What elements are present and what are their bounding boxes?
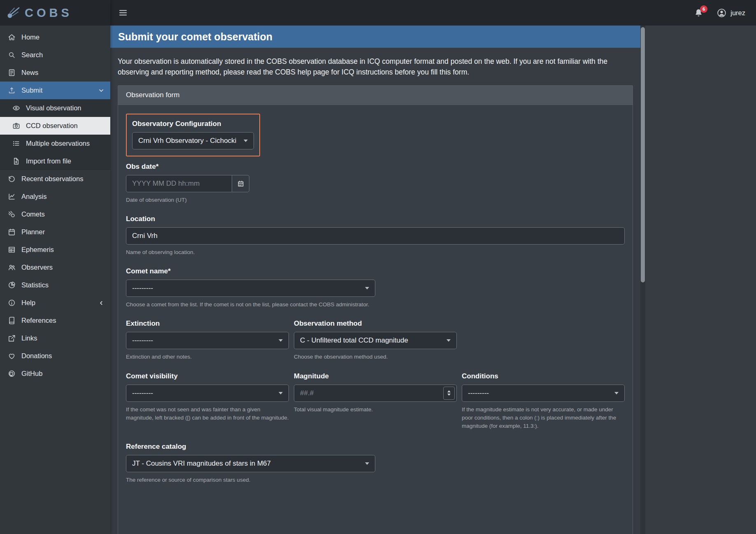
home-icon: [7, 33, 16, 41]
notifications-button[interactable]: 6: [694, 8, 703, 18]
sidebar-item-ccd-observation[interactable]: CCD observation: [0, 117, 110, 135]
stepper-up-icon[interactable]: [447, 390, 451, 392]
reference-catalog-hint: The reference or source of comparison st…: [126, 476, 625, 484]
location-hint: Name of observing location.: [126, 248, 625, 257]
page-header-banner: Submit your comet observation: [110, 26, 640, 48]
comet-name-hint: Choose a comet from the list. If the com…: [126, 301, 625, 309]
obs-date-group: Obs date* Date of observation (UT): [126, 163, 625, 204]
sidebar-item-statistics[interactable]: Statistics: [0, 276, 110, 294]
caret-down-icon: [447, 339, 451, 342]
extinction-hint: Extinction and other notes.: [126, 353, 289, 361]
sidebar-item-search[interactable]: Search: [0, 46, 110, 64]
sidebar-item-donations[interactable]: Donations: [0, 347, 110, 365]
conditions-value: ---------: [468, 389, 489, 397]
topbar: 6 jurez: [110, 0, 756, 26]
observatory-config-label: Observatory Configuration: [132, 120, 254, 128]
magnitude-label: Magnitude: [294, 372, 457, 380]
extinction-value: ---------: [132, 336, 153, 345]
observatory-config-group: Observatory Configuration Crni Vrh Obser…: [132, 120, 254, 149]
sidebar-item-visual-observation[interactable]: Visual observation: [0, 99, 110, 117]
comet-icon: [7, 210, 16, 218]
search-icon: [7, 51, 16, 59]
file-import-icon: [12, 157, 21, 165]
user-avatar-icon: [716, 8, 727, 18]
sidebar-item-label: CCD observation: [26, 122, 78, 130]
sidebar-item-label: GitHub: [21, 370, 42, 378]
comet-name-select[interactable]: ---------: [126, 280, 375, 297]
sidebar-item-label: Home: [21, 33, 40, 41]
extinction-select[interactable]: ---------: [126, 332, 289, 349]
sidebar-item-observers[interactable]: Observers: [0, 259, 110, 276]
date-picker-button[interactable]: [232, 175, 249, 192]
brand-text: COBS: [25, 6, 72, 20]
sidebar-item-label: Import from file: [26, 157, 71, 165]
magnitude-input-wrap: [294, 385, 457, 402]
caret-down-icon: [279, 339, 283, 342]
hamburger-menu-icon[interactable]: [118, 8, 128, 18]
observatory-config-select[interactable]: Crni Vrh Observatory - Cichocki: [132, 132, 254, 149]
list-icon: [12, 140, 21, 147]
panel-body: Observatory Configuration Crni Vrh Obser…: [118, 105, 633, 534]
upload-icon: [7, 86, 16, 94]
sidebar-item-recent-observations[interactable]: Recent observations: [0, 170, 110, 188]
caret-down-icon: [365, 462, 369, 465]
magnitude-input[interactable]: [294, 385, 457, 402]
sidebar-item-links[interactable]: Links: [0, 329, 110, 347]
sidebar-item-home[interactable]: Home: [0, 28, 110, 46]
comet-name-value: ---------: [132, 284, 153, 292]
body-row: Submit your comet observation Your obser…: [110, 26, 756, 534]
sidebar-item-submit[interactable]: Submit: [0, 82, 110, 99]
pie-chart-icon: [7, 281, 16, 289]
info-circle-icon: [7, 299, 16, 307]
sidebar-item-github[interactable]: GitHub: [0, 365, 110, 382]
sidebar-item-label: Links: [21, 334, 37, 342]
sidebar-item-references[interactable]: References: [0, 312, 110, 329]
comet-visibility-label: Comet visibility: [126, 372, 289, 380]
reference-catalog-select[interactable]: JT - Cousins VRI magnitudes of stars in …: [126, 455, 375, 472]
conditions-hint: If the magnitude estimate is not very ac…: [462, 406, 625, 431]
sidebar-item-label: Ephemeris: [21, 246, 54, 254]
scrollbar-thumb[interactable]: [641, 27, 645, 282]
location-input[interactable]: [126, 227, 625, 245]
caret-down-icon: [614, 392, 619, 394]
sidebar-item-label: Comets: [21, 210, 45, 218]
obs-date-input[interactable]: [126, 175, 232, 192]
observation-method-select[interactable]: C - Unfiltered total CCD magnitude: [294, 332, 457, 349]
observatory-config-highlight: Observatory Configuration Crni Vrh Obser…: [126, 114, 260, 156]
sidebar-item-planner[interactable]: Planner: [0, 223, 110, 241]
magnitude-stepper[interactable]: [443, 387, 455, 400]
magnitude-hint: Total visual magnitude estimate.: [294, 406, 457, 414]
sidebar-item-label: Submit: [21, 86, 42, 94]
camera-icon: [12, 122, 21, 130]
observation-method-value: C - Unfiltered total CCD magnitude: [300, 336, 408, 345]
sidebar-item-ephemeris[interactable]: Ephemeris: [0, 241, 110, 259]
sidebar-item-label: Recent observations: [21, 175, 83, 183]
vertical-scrollbar[interactable]: [640, 26, 645, 534]
reference-catalog-label: Reference catalog: [126, 443, 625, 451]
caret-down-icon: [365, 287, 369, 289]
external-link-icon: [7, 334, 16, 342]
comet-visibility-select[interactable]: ---------: [126, 385, 289, 402]
news-icon: [7, 69, 16, 77]
sidebar-item-label: Analysis: [21, 193, 47, 201]
user-menu[interactable]: jurez: [716, 8, 745, 18]
cobs-logo[interactable]: COBS: [0, 0, 110, 26]
sidebar-nav: HomeSearchNewsSubmitVisual observationCC…: [0, 26, 110, 382]
eye-icon: [12, 104, 21, 112]
stepper-down-icon[interactable]: [447, 394, 451, 396]
extinction-method-row: Extinction --------- Extinction and othe…: [126, 319, 625, 372]
sidebar-item-multiple-observations[interactable]: Multiple observations: [0, 135, 110, 152]
sidebar-item-analysis[interactable]: Analysis: [0, 188, 110, 205]
sidebar-item-comets[interactable]: Comets: [0, 205, 110, 223]
sidebar-item-help[interactable]: Help: [0, 294, 110, 312]
history-icon: [7, 175, 16, 183]
sidebar-item-import-from-file[interactable]: Import from file: [0, 152, 110, 170]
sidebar-item-news[interactable]: News: [0, 64, 110, 82]
sidebar-item-label: Planner: [21, 228, 45, 236]
calendar-icon: [7, 228, 16, 236]
content-area: Submit your comet observation Your obser…: [110, 26, 640, 534]
sidebar-item-label: Visual observation: [26, 104, 81, 112]
users-icon: [7, 264, 16, 271]
page-title: Submit your comet observation: [118, 31, 272, 43]
conditions-select[interactable]: ---------: [462, 385, 625, 402]
